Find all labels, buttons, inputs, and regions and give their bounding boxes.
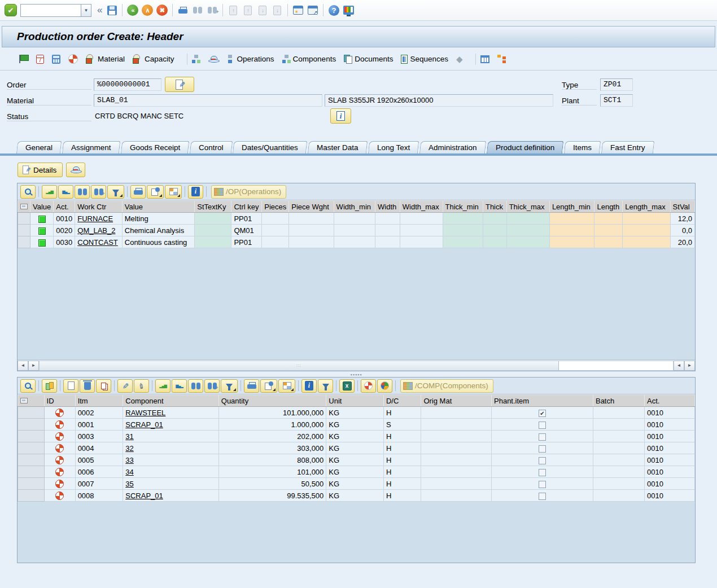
comp-print-button[interactable] xyxy=(244,379,259,393)
order-edit-button[interactable] xyxy=(165,77,194,92)
orig-mat-cell[interactable] xyxy=(421,442,492,454)
width-cell[interactable] xyxy=(375,225,400,236)
unit-cell[interactable]: KG xyxy=(326,454,384,466)
ops-details-button[interactable] xyxy=(20,185,36,199)
component-link[interactable]: 35 xyxy=(123,478,218,490)
col-header[interactable]: Act. xyxy=(645,395,695,407)
status-cell[interactable] xyxy=(30,225,54,236)
unit-cell[interactable]: KG xyxy=(326,478,384,490)
col-header[interactable]: Width_min xyxy=(334,201,375,213)
operations-button[interactable]: Operations xyxy=(226,55,274,63)
comp-find-button[interactable] xyxy=(188,379,203,393)
width-max-cell[interactable] xyxy=(400,225,443,236)
item-cell[interactable]: 0001 xyxy=(75,419,123,431)
id-cell[interactable] xyxy=(44,478,75,490)
activity-cell[interactable]: 0010 xyxy=(645,419,695,431)
phantom-checkbox[interactable] xyxy=(539,433,546,441)
col-header[interactable]: Work Ctr xyxy=(75,201,122,213)
new-session-button[interactable]: ✶ xyxy=(291,3,305,17)
col-header[interactable]: Batch xyxy=(593,395,644,407)
activity-cell[interactable]: 0010 xyxy=(645,478,695,490)
col-header[interactable]: Thick_max xyxy=(506,201,549,213)
capacity-button[interactable]: Capacity xyxy=(133,54,174,64)
ops-sort-descending-button[interactable]: ▆▄▂ xyxy=(58,185,73,199)
thick-min-cell[interactable] xyxy=(443,225,483,236)
item-cell[interactable]: 0005 xyxy=(75,454,123,466)
thick-max-cell[interactable] xyxy=(506,225,549,236)
item-cell[interactable]: 0002 xyxy=(75,407,123,419)
length-cell[interactable] xyxy=(594,236,623,248)
unit-cell[interactable]: KG xyxy=(326,490,384,502)
thick-min-cell[interactable] xyxy=(443,213,483,225)
enter-button[interactable]: ✔ xyxy=(5,4,17,16)
phantom-checkbox[interactable] xyxy=(539,445,546,453)
sttextky-cell[interactable] xyxy=(195,213,231,225)
width-max-cell[interactable] xyxy=(400,236,443,248)
print-button[interactable] xyxy=(176,3,190,17)
row-selector[interactable] xyxy=(18,454,45,466)
hierarchy-button[interactable] xyxy=(192,55,200,63)
last-page-button[interactable]: ↓ xyxy=(270,3,284,17)
row-selector[interactable] xyxy=(18,466,45,478)
phantom-checkbox[interactable] xyxy=(539,410,546,417)
row-selector[interactable] xyxy=(18,419,45,431)
table-view-button[interactable] xyxy=(480,55,489,63)
activity-cell[interactable]: 0010 xyxy=(54,213,75,225)
ops-sort-ascending-button[interactable]: ▂▄▆ xyxy=(42,185,57,199)
quantity-cell[interactable]: 99.535,500 xyxy=(218,490,326,502)
piece-wght-cell[interactable] xyxy=(289,213,334,225)
length-cell[interactable] xyxy=(594,225,623,236)
ops-print-button[interactable] xyxy=(130,185,146,199)
width-min-cell[interactable] xyxy=(334,213,375,225)
pieces-cell[interactable] xyxy=(262,225,289,236)
row-selector[interactable] xyxy=(18,490,45,502)
components-button[interactable]: Components xyxy=(282,55,336,63)
thick-max-cell[interactable] xyxy=(506,213,549,225)
phantom-cell[interactable] xyxy=(492,466,593,478)
comp-sort-ascending-button[interactable]: ▂▄▆ xyxy=(155,379,170,393)
thick-max-cell[interactable] xyxy=(506,236,549,248)
comp-edit-button[interactable]: ✎ xyxy=(117,379,133,393)
comp-choose-layout-button[interactable] xyxy=(278,379,295,393)
phantom-cell[interactable] xyxy=(492,490,593,502)
length-min-cell[interactable] xyxy=(549,236,594,248)
component-link[interactable]: 31 xyxy=(123,431,218,442)
component-link[interactable]: 32 xyxy=(123,442,218,454)
tab-control[interactable]: Control xyxy=(190,141,233,154)
item-cell[interactable]: 0004 xyxy=(75,442,123,454)
activity-cell[interactable]: 0010 xyxy=(645,490,695,502)
phantom-cell[interactable] xyxy=(492,442,593,454)
activity-cell[interactable]: 0010 xyxy=(645,407,695,419)
col-header[interactable]: Length xyxy=(594,201,623,213)
quantity-cell[interactable]: 101.000,000 xyxy=(218,407,326,419)
batch-cell[interactable] xyxy=(593,478,644,490)
tab-assignment[interactable]: Assignment xyxy=(62,141,120,154)
quantity-cell[interactable]: 1.000,000 xyxy=(218,419,326,431)
col-header[interactable]: StVal xyxy=(670,201,694,213)
comp-find-next-button[interactable]: + xyxy=(204,379,220,393)
dc-cell[interactable]: H xyxy=(383,442,421,454)
command-dropdown-button[interactable]: ▼ xyxy=(81,4,91,17)
dc-cell[interactable]: H xyxy=(383,454,421,466)
save-button[interactable] xyxy=(105,3,119,17)
batch-cell[interactable] xyxy=(593,431,644,442)
phantom-cell[interactable] xyxy=(492,478,593,490)
col-header[interactable]: Act. xyxy=(54,201,75,213)
id-cell[interactable] xyxy=(44,466,75,478)
comp-mass-change-button[interactable]: ✎ xyxy=(134,379,149,393)
dc-cell[interactable]: S xyxy=(383,419,421,431)
thick-cell[interactable] xyxy=(483,225,506,236)
tab-fast-entry[interactable]: Fast Entry xyxy=(601,141,654,154)
length-min-cell[interactable] xyxy=(549,213,594,225)
scrollbar-thumb[interactable]: ::: xyxy=(40,361,559,370)
scroll-right-button[interactable]: ► xyxy=(28,361,39,371)
row-selector[interactable] xyxy=(18,225,30,236)
scrollbar-track[interactable]: ::: xyxy=(39,361,674,371)
tab-dates-quantities[interactable]: Dates/Quantities xyxy=(233,141,307,154)
find-next-button[interactable]: + xyxy=(206,3,219,17)
col-header[interactable]: Ctrl key xyxy=(231,201,262,213)
details-button[interactable]: Details xyxy=(18,163,63,177)
work-center-link[interactable]: FURNACE xyxy=(75,213,122,225)
comp-chart-button[interactable] xyxy=(377,379,392,393)
activity-cell[interactable]: 0030 xyxy=(54,236,75,248)
